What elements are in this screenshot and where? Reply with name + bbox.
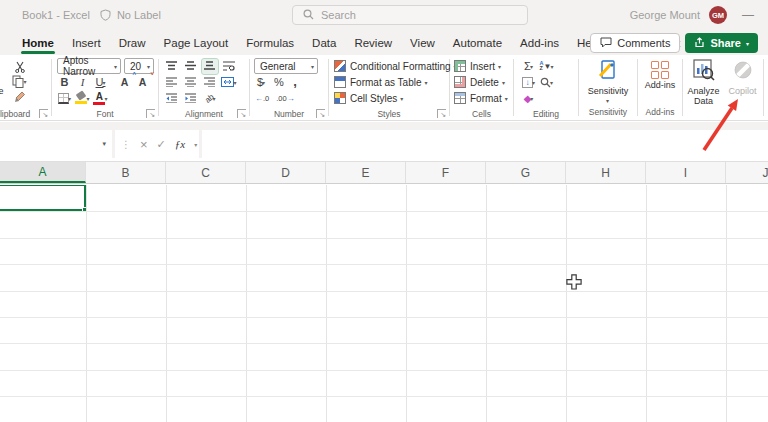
decrease-font-size-button[interactable]: A˅ bbox=[135, 75, 150, 90]
fill-color-button[interactable]: ▾ bbox=[75, 91, 90, 106]
enter-button[interactable]: ✓ bbox=[157, 138, 166, 151]
column-header-G[interactable]: G bbox=[486, 162, 566, 183]
column-header-I[interactable]: I bbox=[646, 162, 726, 183]
analyze-data-button[interactable]: AnalyzeData bbox=[684, 55, 723, 106]
tab-formulas[interactable]: Formulas bbox=[237, 30, 303, 55]
orientation-button[interactable]: ab▾ bbox=[202, 91, 218, 106]
insert-cells-chevron[interactable]: ▾ bbox=[498, 63, 501, 70]
formula-bar-drag-handle[interactable]: ⋮ bbox=[121, 139, 131, 150]
find-chevron[interactable]: ▾ bbox=[550, 79, 553, 86]
column-header-C[interactable]: C bbox=[166, 162, 246, 183]
alignment-dialog-launcher[interactable]: ↘ bbox=[237, 109, 246, 118]
bold-button[interactable]: B bbox=[57, 75, 72, 90]
sort-filter-button[interactable]: AZ▼▾ bbox=[539, 59, 554, 74]
font-name-combo[interactable]: Aptos Narrow▾ bbox=[57, 58, 121, 74]
cell-styles-chevron[interactable]: ▾ bbox=[400, 95, 403, 102]
cut-button[interactable] bbox=[12, 59, 27, 74]
formula-input[interactable] bbox=[202, 130, 768, 158]
format-cells-chevron[interactable]: ▾ bbox=[505, 95, 508, 102]
tab-draw[interactable]: Draw bbox=[110, 30, 155, 55]
sensitivity-button[interactable]: Sensitivity ▾ bbox=[580, 55, 636, 106]
format-painter-button[interactable] bbox=[12, 89, 27, 104]
sensitivity-label-badge[interactable]: No Label bbox=[117, 9, 161, 21]
column-header-F[interactable]: F bbox=[406, 162, 486, 183]
minimize-button[interactable]: — bbox=[736, 8, 760, 22]
name-box[interactable]: ▾ bbox=[0, 130, 112, 158]
merge-chevron[interactable]: ▾ bbox=[233, 79, 236, 86]
font-color-button[interactable]: A▾ bbox=[93, 91, 108, 106]
align-left-button[interactable] bbox=[164, 75, 180, 90]
number-format-combo[interactable]: General▾ bbox=[254, 58, 318, 74]
insert-function-button[interactable]: ƒx bbox=[175, 138, 185, 150]
fill-chevron[interactable]: ▾ bbox=[532, 79, 535, 86]
tab-data[interactable]: Data bbox=[303, 30, 345, 55]
clipboard-dialog-launcher[interactable]: ↘ bbox=[39, 109, 48, 118]
tab-page-layout[interactable]: Page Layout bbox=[155, 30, 238, 55]
tab-home[interactable]: Home bbox=[13, 30, 63, 55]
increase-decimal-button[interactable]: ←.0 bbox=[255, 94, 269, 103]
align-center-button[interactable] bbox=[183, 75, 199, 90]
add-ins-button[interactable]: Add-ins bbox=[639, 55, 681, 106]
font-size-chevron[interactable]: ▾ bbox=[147, 63, 150, 70]
share-button[interactable]: Share ▾ bbox=[685, 33, 758, 53]
underline-button[interactable]: U▾ bbox=[93, 75, 108, 90]
decrease-indent-button[interactable] bbox=[164, 91, 180, 106]
align-top-button[interactable] bbox=[164, 59, 180, 74]
sheet-grid[interactable] bbox=[0, 185, 768, 422]
search-box[interactable]: Search bbox=[292, 5, 528, 25]
wrap-text-button[interactable] bbox=[221, 59, 237, 74]
format-cells-button[interactable]: Format ▾ bbox=[451, 90, 512, 106]
cell-styles-button[interactable]: Cell Styles ▾ bbox=[330, 90, 448, 106]
format-as-table-chevron[interactable]: ▾ bbox=[425, 79, 428, 86]
increase-indent-button[interactable] bbox=[183, 91, 199, 106]
copilot-button[interactable]: Copilot bbox=[723, 55, 762, 106]
selected-cell-a1[interactable] bbox=[0, 185, 86, 211]
font-name-chevron[interactable]: ▾ bbox=[114, 63, 117, 70]
insert-function-chevron[interactable]: ▾ bbox=[194, 141, 197, 148]
copy-dropdown-chevron[interactable]: ▾ bbox=[23, 78, 26, 85]
avatar[interactable]: GM bbox=[709, 6, 727, 24]
delete-cells-button[interactable]: Delete ▾ bbox=[451, 74, 512, 90]
delete-cells-chevron[interactable]: ▾ bbox=[502, 79, 505, 86]
align-middle-button[interactable] bbox=[183, 59, 199, 74]
font-dialog-launcher[interactable]: ↘ bbox=[146, 109, 155, 118]
comma-style-button[interactable]: , bbox=[291, 75, 299, 90]
autosum-button[interactable]: Σ▾ bbox=[521, 59, 536, 74]
merge-center-button[interactable]: ▾ bbox=[221, 75, 237, 90]
tab-view[interactable]: View bbox=[401, 30, 444, 55]
comments-button[interactable]: Comments bbox=[590, 33, 680, 53]
find-select-button[interactable]: ▾ bbox=[539, 75, 554, 90]
increase-font-size-button[interactable]: A˄ bbox=[117, 75, 132, 90]
align-right-button[interactable] bbox=[202, 75, 218, 90]
column-header-B[interactable]: B bbox=[86, 162, 166, 183]
column-header-E[interactable]: E bbox=[326, 162, 406, 183]
column-header-J[interactable]: J bbox=[726, 162, 768, 183]
tab-add-ins[interactable]: Add-ins bbox=[511, 30, 568, 55]
cancel-button[interactable]: × bbox=[140, 137, 148, 152]
sensitivity-chevron[interactable]: ▾ bbox=[606, 97, 609, 104]
conditional-formatting-button[interactable]: Conditional Formatting ▾ bbox=[330, 58, 448, 74]
italic-button[interactable]: I bbox=[75, 75, 90, 90]
format-as-table-button[interactable]: Format as Table ▾ bbox=[330, 74, 448, 90]
borders-chevron[interactable]: ▾ bbox=[68, 95, 71, 102]
insert-cells-button[interactable]: Insert ▾ bbox=[451, 58, 512, 74]
accounting-chevron[interactable]: ▾ bbox=[262, 79, 265, 86]
column-header-D[interactable]: D bbox=[246, 162, 326, 183]
sort-filter-chevron[interactable]: ▾ bbox=[550, 63, 553, 70]
tab-insert[interactable]: Insert bbox=[63, 30, 110, 55]
tab-review[interactable]: Review bbox=[345, 30, 401, 55]
number-format-chevron[interactable]: ▾ bbox=[311, 63, 314, 70]
tab-automate[interactable]: Automate bbox=[444, 30, 511, 55]
copy-button[interactable]: ▾ bbox=[12, 74, 27, 89]
number-dialog-launcher[interactable]: ↘ bbox=[316, 109, 325, 118]
paste-button[interactable]: Paste bbox=[0, 58, 8, 108]
align-bottom-button[interactable] bbox=[202, 59, 218, 74]
name-box-chevron[interactable]: ▾ bbox=[102, 140, 106, 148]
clear-chevron[interactable]: ▾ bbox=[530, 95, 533, 102]
borders-button[interactable]: ▾ bbox=[57, 91, 72, 106]
autosum-chevron[interactable]: ▾ bbox=[530, 63, 533, 70]
underline-chevron[interactable]: ▾ bbox=[102, 79, 105, 86]
share-dropdown-chevron[interactable]: ▾ bbox=[746, 40, 749, 47]
column-header-H[interactable]: H bbox=[566, 162, 646, 183]
styles-dialog-launcher[interactable]: ↘ bbox=[437, 109, 446, 118]
